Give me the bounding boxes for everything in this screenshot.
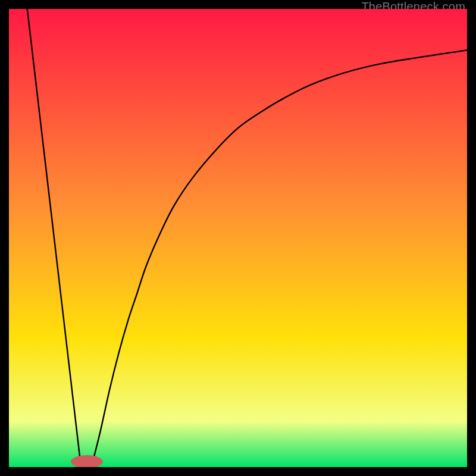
chart-background [9,9,467,467]
chart-plot-area [9,9,467,467]
chart-svg [9,9,467,467]
chart-frame: TheBottleneck.com [0,0,476,476]
